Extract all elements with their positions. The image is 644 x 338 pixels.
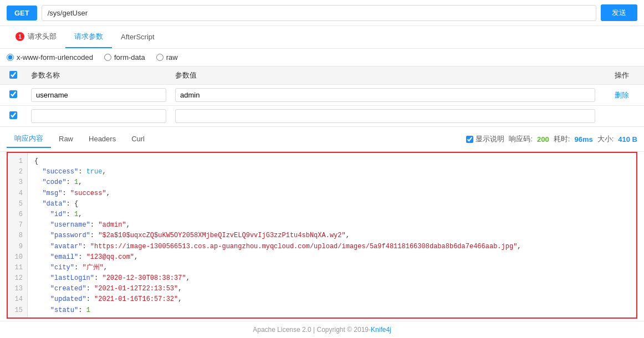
col-check-header <box>0 66 27 85</box>
line-num-3: 3 <box>8 177 27 188</box>
code-line-16: } <box>34 316 630 319</box>
resp-tab-raw[interactable]: Raw <box>51 131 81 147</box>
badge-1: 1 <box>16 32 24 41</box>
line-num-6: 6 <box>8 209 27 220</box>
param-name-input-1[interactable] <box>31 109 166 123</box>
resp-code-label: 响应码: <box>509 134 533 144</box>
tab-request-params[interactable]: 请求参数 <box>65 26 112 48</box>
response-section: 响应内容 Raw Headers Curl 显示说明 响应码: 200 耗时: … <box>0 127 644 321</box>
code-token: "username" <box>34 221 90 229</box>
col-name-header: 参数名称 <box>27 66 171 85</box>
line-num-11: 11 <box>8 263 27 273</box>
tab-request-headers[interactable]: 1 请求头部 <box>7 26 65 48</box>
code-token: : { <box>67 200 79 208</box>
code-line-12: "lastLogin": "2020-12-30T08:38:37", <box>34 273 630 284</box>
resp-time-label: 耗时: <box>554 134 570 144</box>
code-line-13: "created": "2021-01-12T22:13:53", <box>34 284 630 294</box>
footer-link[interactable]: Knife4j <box>371 326 391 334</box>
resp-time-val: 96ms <box>574 135 592 144</box>
code-line-9: "avatar": "https://image-1300566513.cos.… <box>34 242 630 252</box>
show-desc-label[interactable]: 显示说明 <box>466 134 504 144</box>
resp-code-val: 200 <box>537 135 549 144</box>
line-num-4: 4 <box>8 188 27 199</box>
param-value-cell <box>171 106 600 127</box>
code-token: : <box>78 306 86 314</box>
footer-text: Apache License 2.0 | Copyright © 2019- <box>253 326 371 334</box>
resp-tab-headers[interactable]: Headers <box>81 131 124 147</box>
code-token: , <box>106 190 110 197</box>
show-desc-checkbox[interactable] <box>466 136 473 143</box>
radio-urlencoded[interactable]: x-www-form-urlencoded <box>7 53 93 62</box>
table-row <box>0 106 644 127</box>
method-button[interactable]: GET <box>7 6 37 21</box>
code-token: "success" <box>70 190 106 197</box>
param-action-cell <box>600 106 644 127</box>
resp-tab-curl[interactable]: Curl <box>124 131 152 147</box>
line-num-2: 2 <box>8 167 27 177</box>
param-value-input-0[interactable] <box>175 88 595 102</box>
code-line-2: "success": true, <box>34 167 630 177</box>
footer: Apache License 2.0 | Copyright © 2019-Kn… <box>0 321 644 338</box>
code-line-15: "statu": 1 <box>34 305 630 316</box>
line-num-10: 10 <box>8 252 27 263</box>
param-value-cell <box>171 85 600 106</box>
code-token: : <box>67 178 74 186</box>
line-num-16: 16 <box>8 316 27 319</box>
code-block-wrap: 1234567891011121314151617 { "success": t… <box>7 152 637 319</box>
code-token: , <box>134 253 138 261</box>
radio-raw[interactable]: raw <box>156 53 178 62</box>
code-token: : <box>90 221 98 229</box>
delete-param-link-0[interactable]: 删除 <box>615 91 629 99</box>
table-row: 删除 <box>0 85 644 106</box>
code-token: : <box>67 211 74 218</box>
code-token: : <box>78 253 86 261</box>
content-type-row: x-www-form-urlencoded form-data raw <box>0 49 644 66</box>
resp-tab-content[interactable]: 响应内容 <box>7 130 51 148</box>
code-token: "2021-01-12T22:13:53" <box>94 285 178 293</box>
code-token: "city" <box>34 264 74 272</box>
code-token: 1 <box>86 306 90 314</box>
main-content: 参数名称 参数值 操作 删除 响应内容 Raw Headers Curl 显示说… <box>0 66 644 321</box>
code-block: 1234567891011121314151617 { "success": t… <box>8 153 636 319</box>
tab-afterscript[interactable]: AfterScript <box>112 27 163 48</box>
code-token: , <box>78 211 82 218</box>
code-lines: { "success": true, "code": 1, "msg": "su… <box>28 153 636 319</box>
code-token: "lastLogin" <box>34 274 94 282</box>
check-all[interactable] <box>9 71 17 79</box>
code-token: , <box>517 243 521 250</box>
code-token: "email" <box>34 253 78 261</box>
line-num-14: 14 <box>8 294 27 305</box>
code-token: : <box>90 232 98 239</box>
param-checkbox-1[interactable] <box>9 111 17 119</box>
line-num-7: 7 <box>8 220 27 231</box>
code-token: : <box>86 285 94 293</box>
radio-formdata[interactable]: form-data <box>104 53 145 62</box>
code-token: : <box>82 243 90 250</box>
param-check-cell <box>0 106 27 127</box>
param-checkbox-0[interactable] <box>9 90 17 98</box>
response-tabs-row: 响应内容 Raw Headers Curl 显示说明 响应码: 200 耗时: … <box>0 127 644 152</box>
code-token: : <box>86 295 94 303</box>
code-token: , <box>178 295 182 303</box>
param-value-input-1[interactable] <box>175 109 595 123</box>
code-token: "msg" <box>34 190 62 197</box>
code-token: "123@qq.com" <box>86 253 134 261</box>
code-token: , <box>346 232 350 239</box>
param-name-input-0[interactable] <box>31 88 166 102</box>
line-num-13: 13 <box>8 284 27 294</box>
url-input[interactable] <box>42 5 596 21</box>
code-token: "statu" <box>34 306 78 314</box>
code-token: : <box>78 168 86 176</box>
send-button[interactable]: 发送 <box>601 4 637 21</box>
line-num-15: 15 <box>8 305 27 316</box>
code-line-1: { <box>34 156 630 167</box>
tab-afterscript-label: AfterScript <box>121 33 155 41</box>
code-token: "https://image-1300566513.cos.ap-guangzh… <box>90 243 518 250</box>
code-token: "created" <box>34 285 86 293</box>
code-line-14: "updated": "2021-01-16T16:57:32", <box>34 294 630 305</box>
code-line-5: "data": { <box>34 199 630 209</box>
code-token: "2021-01-16T16:57:32" <box>94 295 178 303</box>
code-token: : <box>62 190 70 197</box>
code-token: "code" <box>34 178 67 186</box>
code-token: "password" <box>34 232 90 239</box>
